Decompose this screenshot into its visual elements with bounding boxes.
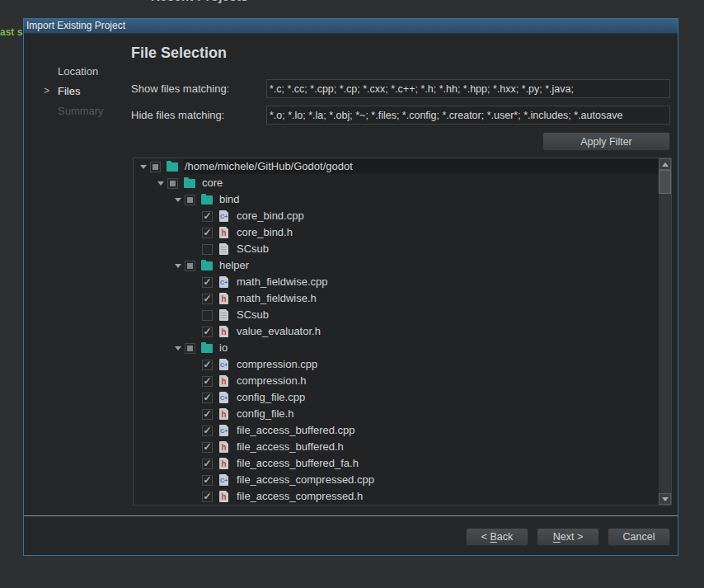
tree-row-label: core_bind.cpp: [235, 209, 659, 223]
header-file-icon: [218, 407, 231, 421]
scroll-up-icon: [662, 162, 669, 167]
tree-row[interactable]: core_bind.cpp: [134, 208, 659, 224]
cpp-file-icon: [218, 275, 231, 289]
row-checkbox-checked[interactable]: [202, 442, 213, 453]
expander-down-icon[interactable]: [171, 264, 185, 268]
scroll-down-icon: [662, 497, 669, 501]
row-checkbox-partial[interactable]: [185, 195, 195, 205]
scrollbar-down-button[interactable]: [659, 493, 671, 505]
tree-row-label: file_access_buffered_fa.h: [235, 456, 659, 471]
header-file-icon: [218, 325, 231, 338]
page-title: File Selection: [131, 45, 227, 62]
row-checkbox-partial[interactable]: [185, 343, 195, 354]
expander-down-icon[interactable]: [137, 165, 150, 169]
tree-row[interactable]: SCsub: [134, 241, 659, 257]
tree-row-label: compression.h: [235, 374, 659, 388]
tree-row[interactable]: SCsub: [134, 307, 659, 323]
chevron-down-icon: [175, 264, 181, 268]
row-checkbox-checked[interactable]: [202, 459, 213, 469]
row-checkbox-checked[interactable]: [202, 277, 213, 288]
sidebar-item-location[interactable]: Location: [58, 65, 98, 78]
tree-row[interactable]: config_file.cpp: [134, 389, 659, 406]
tree-row[interactable]: io: [134, 340, 659, 356]
scrollbar-thumb[interactable]: [659, 170, 671, 194]
row-checkbox-checked[interactable]: [202, 409, 213, 420]
tree-row[interactable]: core: [134, 175, 659, 191]
tree-row[interactable]: /home/michele/GitHub/Godot/godot: [134, 158, 659, 175]
folder-icon: [200, 341, 214, 355]
tree-row-label: SCsub: [235, 308, 659, 322]
tree-row[interactable]: helper: [134, 257, 659, 274]
row-checkbox-checked[interactable]: [202, 294, 213, 304]
tree-row[interactable]: file_access_buffered.cpp: [134, 422, 659, 439]
tree-row-label: math_fieldwise.h: [235, 291, 659, 306]
tree-row-label: config_file.h: [235, 407, 659, 421]
row-checkbox-checked[interactable]: [202, 475, 213, 486]
hide-files-matching-label: Hide files matching:: [131, 109, 224, 121]
tree-row-label: config_file.cpp: [235, 390, 659, 405]
folder-icon: [200, 259, 214, 272]
row-checkbox-checked[interactable]: [202, 492, 213, 502]
folder-icon: [200, 193, 214, 206]
row-checkbox-unchecked[interactable]: [202, 244, 213, 255]
cancel-button[interactable]: Cancel: [608, 528, 670, 546]
tree-row[interactable]: bind: [134, 191, 659, 208]
tree-row[interactable]: file_access_buffered_fa.h: [134, 455, 659, 472]
cpp-file-icon: [218, 473, 231, 487]
row-checkbox-checked[interactable]: [202, 426, 213, 436]
chevron-down-icon: [157, 181, 164, 186]
row-checkbox-checked[interactable]: [202, 327, 213, 337]
tree-row[interactable]: math_fieldwise.cpp: [134, 274, 659, 290]
tree-row[interactable]: core_bind.h: [134, 224, 659, 241]
expander-down-icon[interactable]: [171, 346, 185, 350]
generic-file-icon: [218, 308, 231, 322]
show-files-matching-label: Show files matching:: [131, 82, 229, 95]
folder-icon: [183, 176, 196, 190]
row-checkbox-partial[interactable]: [167, 178, 178, 189]
row-checkbox-unchecked[interactable]: [202, 310, 213, 321]
row-checkbox-checked[interactable]: [202, 393, 213, 403]
tree-row[interactable]: compression.cpp: [134, 356, 659, 373]
dialog-titlebar[interactable]: Import Existing Project: [24, 19, 678, 34]
row-checkbox-checked[interactable]: [202, 376, 213, 387]
tree-row[interactable]: math_fieldwise.h: [134, 290, 659, 307]
scrollbar-up-button[interactable]: [659, 158, 671, 170]
back-button[interactable]: < Back: [466, 528, 528, 546]
tree-scrollbar[interactable]: [659, 158, 671, 505]
expander-down-icon[interactable]: [171, 198, 185, 202]
tree-row[interactable]: compression.h: [134, 373, 659, 389]
tree-row[interactable]: file_access_compressed.h: [134, 488, 659, 505]
cpp-file-icon: [218, 424, 231, 437]
row-checkbox-checked[interactable]: [202, 211, 213, 222]
hide-files-matching-input[interactable]: [266, 106, 670, 125]
dialog-title: Import Existing Project: [26, 20, 125, 31]
tree-row-label: core_bind.h: [235, 225, 659, 240]
header-file-icon: [218, 374, 231, 388]
apply-filter-button[interactable]: Apply Filter: [542, 132, 670, 151]
tree-row-label: value_evaluator.h: [235, 324, 659, 339]
header-file-icon: [218, 292, 231, 305]
tree-row-label: helper: [218, 258, 659, 273]
current-step-chevron-icon: >: [44, 85, 49, 96]
row-checkbox-partial[interactable]: [185, 261, 195, 271]
tree-row[interactable]: config_file.h: [134, 406, 659, 422]
show-files-matching-input[interactable]: [266, 79, 670, 98]
folder-icon: [166, 160, 179, 173]
tree-row[interactable]: value_evaluator.h: [134, 323, 659, 340]
sessions-clipped-label: ast s: [0, 26, 22, 38]
tree-row-label: compression.cpp: [235, 357, 659, 372]
expander-down-icon[interactable]: [154, 181, 167, 186]
tree-row-label: file_access_compressed.cpp: [235, 473, 659, 487]
sidebar-item-files[interactable]: Files: [58, 85, 80, 97]
file-selection-tree: /home/michele/GitHub/Godot/godotcorebind…: [133, 158, 672, 506]
cpp-file-icon: [218, 358, 231, 371]
next-button[interactable]: Next >: [537, 528, 599, 546]
row-checkbox-checked[interactable]: [202, 228, 213, 238]
cpp-file-icon: [218, 391, 231, 404]
tree-row-label: file_access_compressed.h: [235, 489, 659, 504]
chevron-down-icon: [175, 346, 181, 350]
tree-row[interactable]: file_access_buffered.h: [134, 439, 659, 455]
row-checkbox-checked[interactable]: [202, 360, 213, 370]
tree-row[interactable]: file_access_compressed.cpp: [134, 472, 659, 488]
row-checkbox-partial[interactable]: [150, 162, 161, 172]
